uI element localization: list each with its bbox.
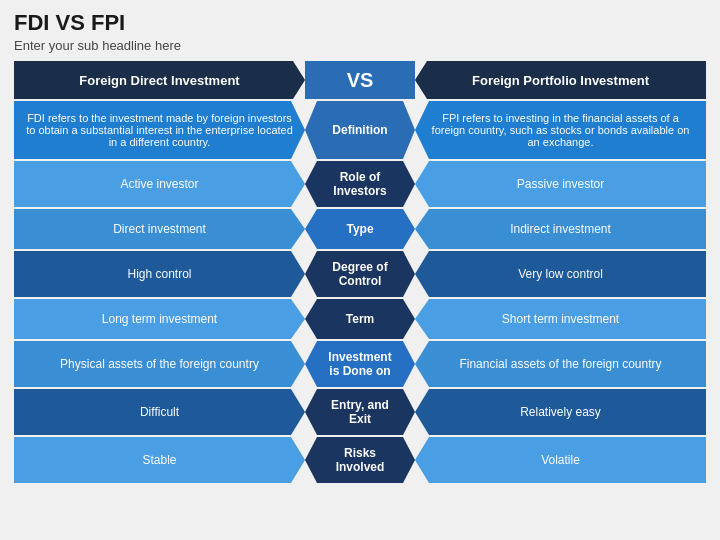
left-cell-5: Physical assets of the foreign country: [14, 341, 305, 387]
center-cell-7: Risks Involved: [305, 437, 415, 483]
header-vs: VS: [305, 61, 415, 99]
table-row: Active investorRole of InvestorsPassive …: [14, 161, 706, 207]
right-cell-2: Indirect investment: [415, 209, 706, 249]
left-cell-2: Direct investment: [14, 209, 305, 249]
right-cell-7: Volatile: [415, 437, 706, 483]
center-cell-1: Role of Investors: [305, 161, 415, 207]
header-fdi: Foreign Direct Investment: [14, 61, 305, 99]
page-title: FDI VS FPI: [14, 10, 706, 36]
table-row: Physical assets of the foreign countryIn…: [14, 341, 706, 387]
left-cell-4: Long term investment: [14, 299, 305, 339]
right-cell-5: Financial assets of the foreign country: [415, 341, 706, 387]
table-row: High controlDegree of ControlVery low co…: [14, 251, 706, 297]
center-cell-5: Investment is Done on: [305, 341, 415, 387]
table-row: DifficultEntry, and ExitRelatively easy: [14, 389, 706, 435]
center-cell-0: Definition: [305, 101, 415, 159]
right-cell-1: Passive investor: [415, 161, 706, 207]
center-cell-3: Degree of Control: [305, 251, 415, 297]
table-row: Direct investmentTypeIndirect investment: [14, 209, 706, 249]
left-cell-7: Stable: [14, 437, 305, 483]
page-subtitle: Enter your sub headline here: [14, 38, 706, 53]
left-cell-6: Difficult: [14, 389, 305, 435]
table-row: StableRisks InvolvedVolatile: [14, 437, 706, 483]
right-cell-6: Relatively easy: [415, 389, 706, 435]
rows-wrapper: FDI refers to the investment made by for…: [14, 101, 706, 483]
page-container: FDI VS FPI Enter your sub headline here …: [0, 0, 720, 540]
header-fpi: Foreign Portfolio Investment: [415, 61, 706, 99]
center-cell-4: Term: [305, 299, 415, 339]
left-cell-0: FDI refers to the investment made by for…: [14, 101, 305, 159]
table-row: FDI refers to the investment made by for…: [14, 101, 706, 159]
right-cell-4: Short term investment: [415, 299, 706, 339]
right-cell-3: Very low control: [415, 251, 706, 297]
left-cell-1: Active investor: [14, 161, 305, 207]
left-cell-3: High control: [14, 251, 305, 297]
table-row: Long term investmentTermShort term inves…: [14, 299, 706, 339]
center-cell-6: Entry, and Exit: [305, 389, 415, 435]
right-cell-0: FPI refers to investing in the financial…: [415, 101, 706, 159]
header-row: Foreign Direct Investment VS Foreign Por…: [14, 61, 706, 99]
center-cell-2: Type: [305, 209, 415, 249]
